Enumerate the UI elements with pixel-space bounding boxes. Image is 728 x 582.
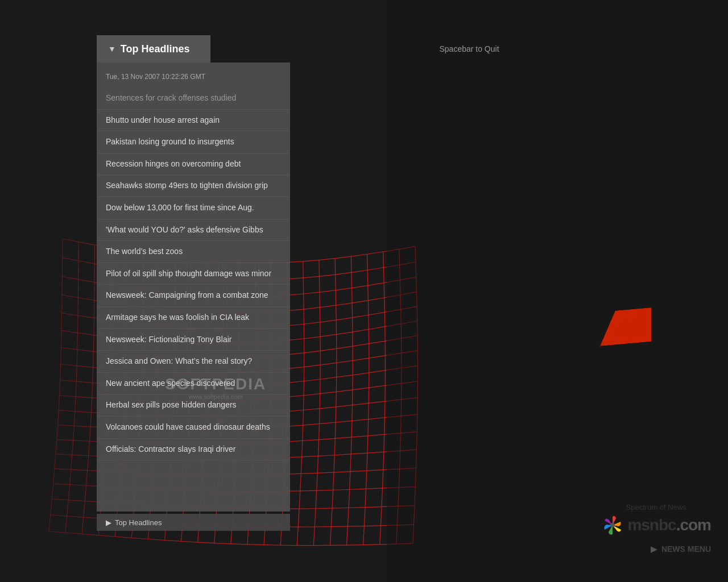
softpedia-url: www.softpedia.com bbox=[165, 393, 266, 400]
top-headlines-button[interactable]: ▼ Top Headlines bbox=[97, 35, 210, 63]
news-item[interactable]: Recession hinges on overcoming debt bbox=[97, 153, 290, 176]
bottom-arrow-icon: ▶ bbox=[106, 518, 111, 527]
msnbc-logo: msnbc.com bbox=[601, 514, 711, 537]
news-panel: Tue, 13 Nov 2007 10:22:26 GMT Sentences … bbox=[97, 63, 290, 512]
news-item[interactable]: 'What would YOU do?' asks defensive Gibb… bbox=[97, 219, 290, 242]
top-headlines-label: Top Headlines bbox=[121, 43, 190, 55]
news-item[interactable]: Jessica and Owen: What’s the real story? bbox=[97, 351, 290, 373]
header-bar: ▼ Top Headlines Spacebar to Quit bbox=[97, 35, 728, 63]
news-menu-bottom[interactable]: ▶ NEWS MENU bbox=[651, 544, 711, 554]
top-headlines-bottom-bar[interactable]: ▶ Top Headlines bbox=[97, 514, 290, 531]
news-list: Sentences for crack offenses studiedBhut… bbox=[97, 88, 290, 460]
news-item[interactable]: Newsweek: Campaigning from a combat zone bbox=[97, 285, 290, 307]
news-item[interactable]: Dow below 13,000 for first time since Au… bbox=[97, 197, 290, 219]
news-item[interactable]: Seahawks stomp 49ers to tighten division… bbox=[97, 175, 290, 197]
softpedia-text: SOFTPEDIA bbox=[165, 375, 266, 393]
news-menu-arrow-icon: ▶ bbox=[651, 544, 657, 554]
spectrum-text: Spectrum of News bbox=[601, 503, 711, 512]
dropdown-arrow-icon: ▼ bbox=[108, 44, 116, 53]
news-item[interactable]: The world’s best zoos bbox=[97, 241, 290, 263]
spacebar-quit-label: Spacebar to Quit bbox=[210, 44, 728, 53]
news-date: Tue, 13 Nov 2007 10:22:26 GMT bbox=[97, 68, 290, 88]
news-item[interactable]: Armitage says he was foolish in CIA leak bbox=[97, 307, 290, 329]
msnbc-text: msnbc.com bbox=[627, 516, 711, 534]
bottom-headlines-label: Top Headlines bbox=[115, 518, 162, 527]
peacock-icon bbox=[601, 514, 624, 537]
news-item[interactable]: Officials: Contractor slays Iraqi driver bbox=[97, 439, 290, 461]
news-item[interactable]: Pilot of oil spill ship thought damage w… bbox=[97, 263, 290, 285]
softpedia-watermark: SOFTPEDIA www.softpedia.com bbox=[165, 375, 266, 400]
svg-point-0 bbox=[610, 523, 615, 527]
news-menu-label: NEWS MENU bbox=[661, 544, 711, 554]
news-item[interactable]: Pakistan losing ground to insurgents bbox=[97, 131, 290, 153]
msnbc-branding: Spectrum of News msnbc.com bbox=[601, 503, 711, 537]
news-item[interactable]: Volcanoes could have caused dinosaur dea… bbox=[97, 417, 290, 439]
news-item[interactable]: Bhutto under house arrest again bbox=[97, 110, 290, 132]
news-item[interactable]: Newsweek: Fictionalizing Tony Blair bbox=[97, 329, 290, 351]
news-item[interactable]: Sentences for crack offenses studied bbox=[97, 88, 290, 110]
